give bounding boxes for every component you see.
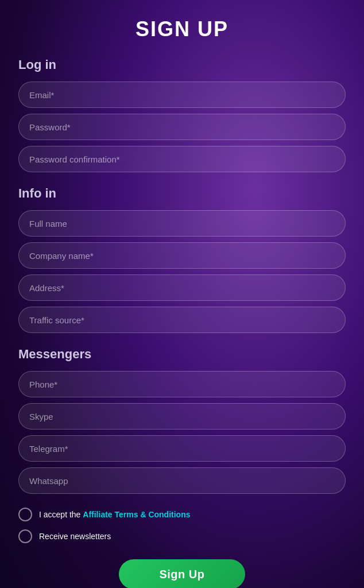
traffic-source-input[interactable] xyxy=(18,307,346,333)
login-section-label: Log in xyxy=(18,57,346,72)
newsletters-checkbox-row[interactable]: Receive newsletters xyxy=(18,529,346,543)
telegram-input[interactable] xyxy=(18,435,346,462)
address-input[interactable] xyxy=(18,274,346,301)
email-input[interactable] xyxy=(18,82,346,108)
page-container: SIGN UP Log in Info in Messengers I acce… xyxy=(0,0,364,588)
whatsapp-input[interactable] xyxy=(18,467,346,494)
info-form-group xyxy=(18,210,346,333)
terms-label-prefix: I accept the xyxy=(39,510,83,519)
page-title: SIGN UP xyxy=(18,17,346,41)
signup-button[interactable]: Sign Up xyxy=(119,559,245,588)
phone-input[interactable] xyxy=(18,371,346,397)
checkboxes-section: I accept the Affiliate Terms & Condition… xyxy=(18,508,346,543)
terms-label: I accept the Affiliate Terms & Condition… xyxy=(39,510,190,519)
password-input[interactable] xyxy=(18,114,346,140)
full-name-input[interactable] xyxy=(18,210,346,237)
terms-link[interactable]: Affiliate Terms & Conditions xyxy=(83,510,190,519)
password-confirm-input[interactable] xyxy=(18,146,346,172)
company-name-input[interactable] xyxy=(18,242,346,269)
info-section-label: Info in xyxy=(18,186,346,201)
newsletters-label: Receive newsletters xyxy=(39,532,111,541)
terms-checkbox-row[interactable]: I accept the Affiliate Terms & Condition… xyxy=(18,508,346,521)
skype-input[interactable] xyxy=(18,403,346,430)
terms-checkbox[interactable] xyxy=(18,508,32,521)
newsletters-checkbox[interactable] xyxy=(18,529,32,543)
messengers-section-label: Messengers xyxy=(18,347,346,362)
messengers-form-group xyxy=(18,371,346,494)
login-form-group xyxy=(18,82,346,172)
